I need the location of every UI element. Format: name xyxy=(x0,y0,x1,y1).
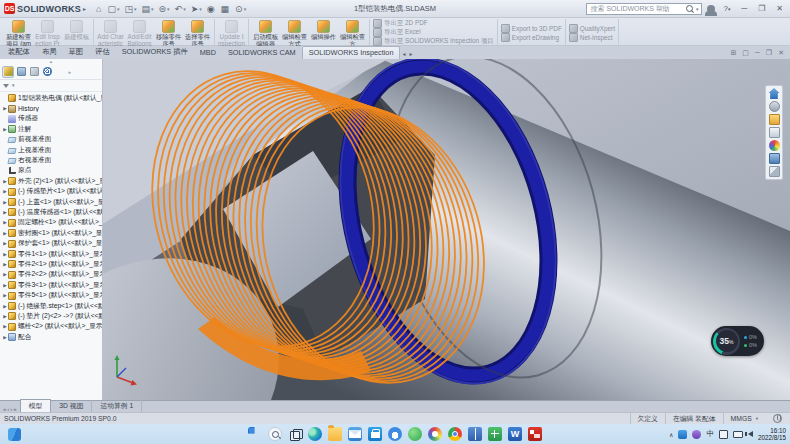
configurationmanager-tab[interactable] xyxy=(28,66,40,78)
tree-item[interactable]: ▶ 零件3<1> (默认<<默认>_显示状态 xyxy=(2,280,102,290)
tree-item[interactable]: ▶ 密封圈<1> (默认<<默认>_显示状 xyxy=(2,228,102,238)
doc-restore-icon[interactable]: ❐ xyxy=(766,49,772,57)
performance-overlay[interactable]: 35 % 0% 0% xyxy=(711,326,764,356)
tree-item[interactable]: ▶ 外壳 (2)<1> (默认<<默认>_显示状 xyxy=(2,176,102,186)
tree-item[interactable]: ▶ 前视基准面 xyxy=(2,135,102,145)
menu-expand-icon[interactable]: ▸ xyxy=(83,5,86,12)
doc-minimize-icon[interactable]: ─ xyxy=(755,49,760,57)
tree-item[interactable]: ▶ 保护套<1> (默认<<默认>_显示状 xyxy=(2,238,102,248)
ribbon-menu-item[interactable]: Net-Inspect xyxy=(569,33,613,41)
undo-icon[interactable]: ↶▾ xyxy=(173,3,188,15)
tree-item[interactable]: ▶ 上视基准面 xyxy=(2,145,102,155)
ribbon-menu-item[interactable]: QualityXpert xyxy=(569,24,615,32)
ribbon-button[interactable]: Add Characteristic xyxy=(97,20,124,47)
ribbon-menu-item[interactable]: Export to 3D PDF xyxy=(501,24,562,32)
ribbon-tab[interactable]: MBD xyxy=(194,47,222,59)
print-icon[interactable]: ⊜▾ xyxy=(157,3,172,15)
ribbon-button[interactable]: 编辑操作 xyxy=(310,20,337,41)
chrome-icon[interactable] xyxy=(448,427,462,441)
tree-root-item[interactable]: 1型铠装热电偶 (默认<默认_显示状态-1 xyxy=(2,93,102,103)
file-explorer-icon[interactable] xyxy=(328,427,342,441)
mail-icon[interactable] xyxy=(348,427,362,441)
ribbon-button[interactable]: 移除零件序号 xyxy=(155,20,182,47)
ribbon-tab[interactable]: SOLIDWORKS 插件 xyxy=(116,46,194,59)
ribbon-menu-item[interactable]: 导出至 2D PDF xyxy=(373,20,428,28)
select-icon[interactable]: ➤▾ xyxy=(189,3,204,15)
word-app-icon[interactable]: W xyxy=(508,427,522,441)
tree-item[interactable]: ▶ 配合 xyxy=(2,332,102,342)
ribbon-tab[interactable]: SOLIDWORKS Inspection xyxy=(302,46,401,59)
search-button[interactable] xyxy=(268,427,282,441)
login-user-icon[interactable] xyxy=(707,5,715,13)
ribbon-button[interactable]: 启动模板编辑器 xyxy=(252,20,279,47)
tree-item[interactable]: ▶ 右视基准面 xyxy=(2,155,102,165)
store-icon[interactable] xyxy=(368,427,382,441)
ribbon-tab[interactable]: 评估 xyxy=(89,46,116,59)
tree-filter[interactable]: ▼ xyxy=(0,80,102,92)
tree-item[interactable]: ▶ 零件5<1> (默认<<默认>_显示状态 xyxy=(2,290,102,300)
start-button[interactable] xyxy=(248,427,262,441)
photos-icon[interactable] xyxy=(428,427,442,441)
tree-item[interactable]: ▶ (-) 上盖<1> (默认<<默认>_显示状 xyxy=(2,197,102,207)
tab-scroll-right-icon[interactable]: ▸ xyxy=(407,50,414,59)
filter-caret-icon[interactable]: ▼ xyxy=(11,83,15,88)
widgets-icon[interactable] xyxy=(8,428,21,441)
clock[interactable]: 16:10 2022/8/15 xyxy=(758,427,786,441)
tree-item[interactable]: ▶ (-) 传感垫片<1> (默认<<默认>_显 xyxy=(2,187,102,197)
tray-expand-icon[interactable]: ∧ xyxy=(669,431,673,438)
ribbon-menu-item[interactable]: 导出至 SOLIDWORKS Inspection 项目 xyxy=(373,38,494,46)
panel-tabs-overflow-icon[interactable]: » xyxy=(68,69,71,75)
input-language-indicator[interactable]: 中 xyxy=(706,429,714,439)
tree-item[interactable]: ▶ (-) 温度传感器<1> (默认<<默认>_ xyxy=(2,207,102,217)
dimxpertmanager-tab[interactable] xyxy=(41,66,53,78)
ime-icon[interactable] xyxy=(719,430,728,439)
solidworks-app-icon[interactable] xyxy=(528,427,542,441)
tree-item[interactable]: ▶ (-) 绝缘垫.step<1> (默认<<默认> xyxy=(2,301,102,311)
ribbon-button[interactable]: 选择零件序号 xyxy=(184,20,211,47)
tree-item[interactable]: ▶ 螺栓<2> (默认<<默认>_显示状态 xyxy=(2,322,102,332)
ribbon-menu-item[interactable]: Export eDrawing xyxy=(501,33,559,41)
tree-item[interactable]: ▶ 注解 xyxy=(2,124,102,134)
file-properties-icon[interactable]: ▦ xyxy=(219,3,233,15)
graphics-viewport[interactable]: 35 % 0% 0% xyxy=(103,59,790,400)
onedrive-icon[interactable] xyxy=(388,427,402,441)
tree-item[interactable]: ▶ (-) 垫片 (2)<2> ->? (默认<<默认 xyxy=(2,311,102,321)
close-button[interactable]: ✕ xyxy=(773,4,786,13)
help-button[interactable]: ?▾ xyxy=(720,4,733,13)
tree-item[interactable]: ▶ 固定螺栓<1> (默认<<默认>_显示 xyxy=(2,218,102,228)
tree-item[interactable]: ▶ 零件2<1> (默认<<默认>_显示状态 xyxy=(2,259,102,269)
featuremanager-tab[interactable] xyxy=(2,66,14,78)
options-icon[interactable]: ⊙▾ xyxy=(233,3,248,15)
ribbon-button[interactable]: 新建模板 xyxy=(63,20,90,41)
appearances-icon[interactable] xyxy=(769,140,780,151)
edge-icon[interactable] xyxy=(308,427,322,441)
help-search-box[interactable]: 搜索 SOLIDWORKS 帮助 ▾ xyxy=(586,3,702,15)
minimize-button[interactable]: ─ xyxy=(738,4,750,13)
doc-close-icon[interactable]: ✕ xyxy=(778,49,784,57)
design-library-icon[interactable] xyxy=(769,101,780,112)
rebuild-icon[interactable]: ◉ xyxy=(205,3,218,15)
file-explorer-icon[interactable] xyxy=(769,114,780,125)
tree-item[interactable]: ▶ 原点 xyxy=(2,166,102,176)
task-view-button[interactable] xyxy=(288,427,302,441)
doc-new-window-icon[interactable]: ⊞ xyxy=(730,49,736,57)
save-icon[interactable]: ▤▾ xyxy=(140,3,156,15)
ribbon-button[interactable]: Add/Edit Balloons xyxy=(126,20,153,47)
status-units[interactable]: MMGS▾ xyxy=(723,413,769,424)
ribbon-button[interactable]: 编辑检查方式 xyxy=(281,20,308,47)
tree-item[interactable]: ▶ 零件2<2> (默认<<默认>_显示状态 xyxy=(2,270,102,280)
tree-item[interactable]: ▶ 传感器 xyxy=(2,114,102,124)
ribbon-tab[interactable]: SOLIDWORKS CAM xyxy=(222,47,302,59)
tree-item[interactable]: ▶ History xyxy=(2,103,102,113)
view-palette-icon[interactable] xyxy=(769,127,780,138)
tray-app-icon-blue[interactable] xyxy=(678,430,687,439)
globe-icon[interactable] xyxy=(773,414,782,423)
network-icon[interactable] xyxy=(733,431,743,438)
displaymanager-tab[interactable] xyxy=(54,66,66,78)
home-icon[interactable]: ⌂ xyxy=(94,3,104,15)
open-file-icon[interactable]: ◳▾ xyxy=(122,3,138,15)
ribbon-button[interactable]: 编辑检查方 xyxy=(339,20,366,47)
ribbon-tab[interactable]: 草图 xyxy=(62,46,89,59)
restore-button[interactable]: ❐ xyxy=(755,4,768,13)
dictionary-icon[interactable] xyxy=(468,427,482,441)
